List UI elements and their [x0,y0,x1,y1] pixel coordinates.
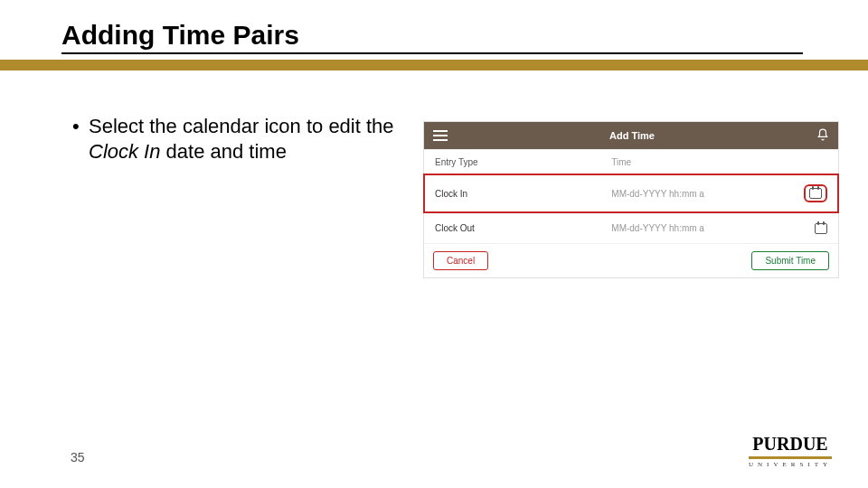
add-time-screenshot: Add Time Entry Type Time Clock In MM-dd-… [423,121,839,278]
clock-out-placeholder: MM-dd-YYYY hh:mm a [611,223,704,233]
clock-in-row[interactable]: Clock In MM-dd-YYYY hh:mm a [424,174,838,212]
clock-out-label: Clock Out [435,223,611,233]
col-entry-type: Entry Type [435,157,611,167]
submit-time-button[interactable]: Submit Time [751,251,829,270]
bell-icon[interactable] [816,128,829,143]
bullet-dot: • [72,114,89,164]
page-number: 35 [71,450,85,465]
bullet-item: • Select the calendar icon to edit the C… [72,114,407,164]
logo-wordmark: PURDUE [749,434,832,459]
gold-accent-bar [0,60,868,70]
purdue-logo: PURDUE UNIVERSITY [749,434,832,468]
clock-in-placeholder: MM-dd-YYYY hh:mm a [611,189,704,199]
title-underline [61,52,803,54]
button-row: Cancel Submit Time [424,243,838,277]
column-header-row: Entry Type Time [424,149,838,174]
clock-out-row[interactable]: Clock Out MM-dd-YYYY hh:mm a [424,212,838,243]
app-header: Add Time [424,122,838,149]
logo-subtext: UNIVERSITY [749,461,832,468]
slide-title: Adding Time Pairs [61,20,868,51]
hamburger-icon[interactable] [433,130,448,141]
bullet-text: Select the calendar icon to edit the Clo… [89,114,407,164]
bullet-italic: Clock In [89,140,160,163]
bullet-prefix: Select the calendar icon to edit the [89,115,394,137]
bullet-suffix: date and time [160,140,286,163]
app-title: Add Time [609,130,655,141]
clock-in-calendar-highlight [804,184,827,202]
cancel-button[interactable]: Cancel [433,251,488,270]
clock-in-label: Clock In [435,189,611,199]
col-time: Time [611,157,827,167]
calendar-icon[interactable] [815,223,827,234]
calendar-icon[interactable] [809,188,822,199]
